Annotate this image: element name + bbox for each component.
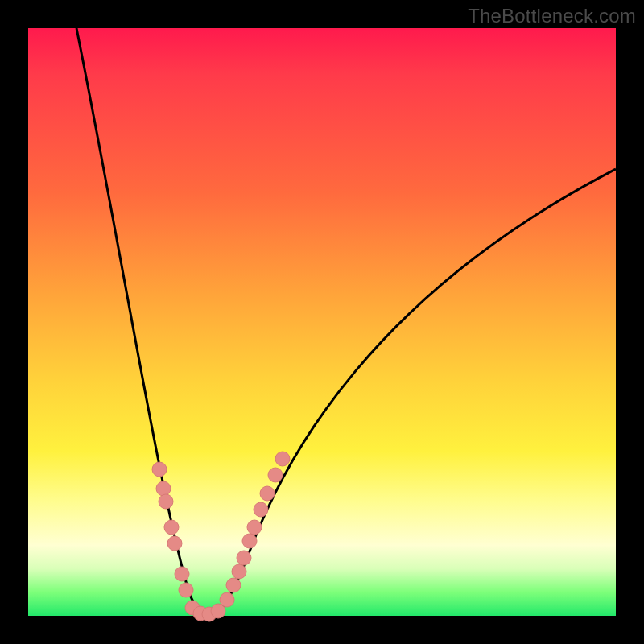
curve-marker bbox=[167, 536, 182, 551]
curve-marker bbox=[164, 520, 179, 535]
curve-markers bbox=[152, 452, 290, 621]
curve-marker bbox=[247, 520, 262, 535]
curve-marker bbox=[220, 592, 234, 607]
curve-marker bbox=[152, 462, 167, 477]
curve-marker bbox=[179, 583, 193, 597]
watermark-label: TheBottleneck.com bbox=[468, 5, 636, 27]
curve-marker bbox=[156, 481, 171, 496]
curve-marker bbox=[226, 578, 241, 592]
curve-marker bbox=[232, 564, 246, 579]
curve-marker bbox=[159, 494, 173, 509]
curve-marker bbox=[260, 486, 275, 501]
curve-layer bbox=[28, 28, 616, 616]
curve-marker bbox=[268, 468, 283, 482]
curve-marker bbox=[242, 534, 257, 548]
curve-marker bbox=[254, 502, 268, 517]
plot-area bbox=[28, 28, 616, 616]
curve-marker bbox=[275, 452, 290, 466]
curve-marker bbox=[237, 551, 251, 565]
chart-frame: TheBottleneck.com bbox=[0, 0, 644, 644]
bottleneck-curve bbox=[76, 28, 616, 614]
curve-marker bbox=[175, 567, 189, 581]
